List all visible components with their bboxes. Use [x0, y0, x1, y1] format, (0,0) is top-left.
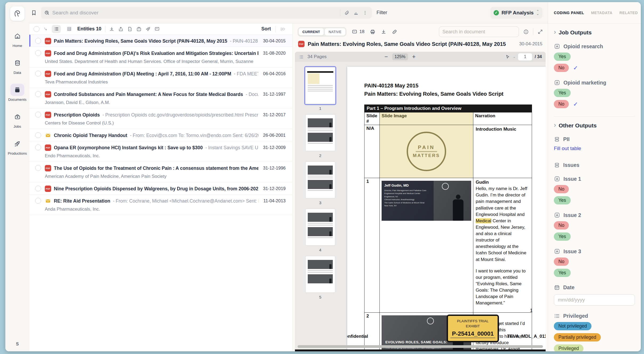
sidebar-item-productions[interactable]: Productions: [8, 138, 27, 155]
list-item[interactable]: PDF Prescription Opioids - Prescription …: [29, 108, 293, 129]
grid-view-button[interactable]: [65, 25, 74, 33]
other-outputs-section[interactable]: › Other Outputs: [554, 122, 635, 129]
zoom-out-button[interactable]: −: [385, 54, 388, 60]
row-checkbox[interactable]: [35, 91, 41, 97]
tab-native[interactable]: NATIVE: [325, 28, 345, 35]
chip-no[interactable]: No: [554, 221, 569, 230]
list-item[interactable]: PDF Food and Drug Administration (FDA) M…: [29, 67, 293, 88]
kebab-menu-icon[interactable]: [363, 10, 367, 15]
comment-icon[interactable]: [154, 26, 160, 32]
page-thumbnail[interactable]: [305, 114, 335, 151]
info-icon[interactable]: [523, 29, 529, 35]
page-thumbnail[interactable]: [305, 209, 335, 246]
select-all-checkbox[interactable]: [34, 26, 39, 32]
chip-partially-privileged[interactable]: Partially privileged: [554, 333, 601, 341]
horizontal-scrollbar[interactable]: [298, 345, 543, 348]
row-checkbox[interactable]: [35, 144, 41, 150]
row-checkbox[interactable]: [35, 38, 41, 44]
table-field-icon: [554, 136, 560, 142]
email-icon: [45, 198, 51, 204]
row-checkbox[interactable]: [35, 71, 41, 77]
field-issue-1: Issue 1 No Yes: [554, 176, 635, 204]
chip-no[interactable]: No: [554, 100, 569, 108]
fill-out-table-link[interactable]: Fill out table: [554, 146, 581, 151]
rocket-icon[interactable]: [145, 26, 151, 32]
tab-current[interactable]: CURRENT: [299, 28, 324, 35]
print-icon[interactable]: [370, 29, 375, 35]
list-item[interactable]: RE: Rite Aid Presentation - From: Cochra…: [29, 195, 293, 215]
cursor-tool-icon[interactable]: [505, 54, 510, 59]
pdf-page: PAIN-40128 May 2015 Pain Matters: Evolvi…: [347, 67, 546, 351]
list-item[interactable]: PDF Nine Prescription Opioids Dispensed …: [29, 182, 293, 195]
archive-icon[interactable]: [136, 26, 142, 32]
row-checkbox[interactable]: [35, 50, 41, 56]
download-icon[interactable]: [381, 29, 386, 35]
chip-yes[interactable]: Yes: [554, 53, 571, 61]
tab-coding-panel[interactable]: CODING PANEL: [554, 11, 584, 15]
file-icon[interactable]: [127, 26, 133, 32]
divider: [105, 26, 105, 32]
sort-options-icon[interactable]: [280, 26, 285, 32]
expand-icon[interactable]: [538, 29, 543, 34]
sort-label[interactable]: Sort: [261, 26, 271, 32]
filter-label[interactable]: Filter: [377, 10, 387, 15]
chip-no[interactable]: No: [554, 64, 569, 72]
chip-yes[interactable]: Yes: [554, 269, 571, 277]
thumbnail-number: 4: [319, 248, 321, 252]
zoom-in-button[interactable]: +: [412, 54, 416, 60]
slide-number: N/A: [365, 125, 380, 178]
thread-icon[interactable]: [43, 27, 48, 31]
page-thumbnail[interactable]: [305, 256, 335, 293]
pdf-icon: PDF: [298, 41, 305, 47]
chip-yes[interactable]: Yes: [554, 232, 571, 241]
page-number: 1: [530, 308, 533, 313]
chip-no[interactable]: No: [554, 258, 569, 266]
thumbnail-panel-icon[interactable]: [299, 54, 304, 59]
document-search-input[interactable]: [442, 29, 515, 35]
date-input[interactable]: [554, 294, 635, 305]
comments-icon[interactable]: [352, 29, 357, 35]
doc-date: 31-12-1996: [263, 165, 286, 171]
page-number-input[interactable]: [518, 53, 532, 61]
sidebar-item-documents[interactable]: Documents: [8, 84, 26, 102]
list-item[interactable]: Chronic Opioid Therapy Handout - From: E…: [29, 129, 293, 141]
zoom-level[interactable]: 125%: [392, 53, 408, 60]
attachment-icon[interactable]: [345, 10, 349, 15]
sidebar-item-home[interactable]: Home: [10, 30, 24, 48]
export-icon[interactable]: [118, 26, 123, 32]
link-icon[interactable]: [392, 29, 397, 35]
row-checkbox[interactable]: [35, 186, 41, 191]
bookmark-icon[interactable]: [31, 10, 36, 16]
tab-metadata[interactable]: METADATA: [591, 11, 613, 15]
download-icon[interactable]: [109, 26, 114, 32]
list-item[interactable]: PDF Pain Matters: Evolving Roles, Same G…: [29, 35, 293, 47]
chip-yes[interactable]: Yes: [554, 196, 571, 204]
chevron-down-icon[interactable]: ⌄: [513, 55, 515, 59]
search-input[interactable]: [52, 10, 337, 16]
row-checkbox[interactable]: [35, 112, 41, 118]
chart-icon[interactable]: [354, 10, 358, 15]
chip-privileged[interactable]: Privileged: [554, 344, 583, 351]
tab-related[interactable]: RELATED: [619, 11, 638, 15]
page-thumbnail[interactable]: [305, 67, 335, 104]
list-view-button[interactable]: [52, 25, 61, 33]
chip-no[interactable]: No: [554, 185, 569, 193]
doc-date: 30-04-2015: [263, 38, 286, 43]
row-checkbox[interactable]: [35, 132, 41, 138]
sidebar-item-data[interactable]: Data: [10, 57, 24, 75]
chip-yes[interactable]: Yes: [554, 89, 571, 97]
list-item[interactable]: PDF Food and Drug Administration (FDA)'s…: [29, 47, 293, 67]
job-outputs-section[interactable]: › Job Outputs: [554, 29, 635, 36]
chip-not-privileged[interactable]: Not privileged: [554, 322, 591, 330]
workspace-select[interactable]: ✓ RFP Analysis ⌃⌄: [490, 7, 542, 19]
page-thumbnail[interactable]: [305, 162, 335, 198]
app-logo[interactable]: [10, 6, 25, 21]
row-checkbox[interactable]: [35, 198, 41, 204]
text-field-icon: [554, 248, 560, 255]
sidebar-item-jobs[interactable]: Jobs: [10, 111, 24, 128]
list-item[interactable]: PDF The Use of Opioids for the Treatment…: [29, 162, 293, 182]
list-item[interactable]: PDF Controlled Substances and Pain Manag…: [29, 88, 293, 108]
row-checkbox[interactable]: [35, 165, 41, 171]
user-avatar[interactable]: S: [16, 342, 19, 347]
list-item[interactable]: PDF Opana ER (oxymorphone HCl) Instant S…: [29, 141, 293, 162]
